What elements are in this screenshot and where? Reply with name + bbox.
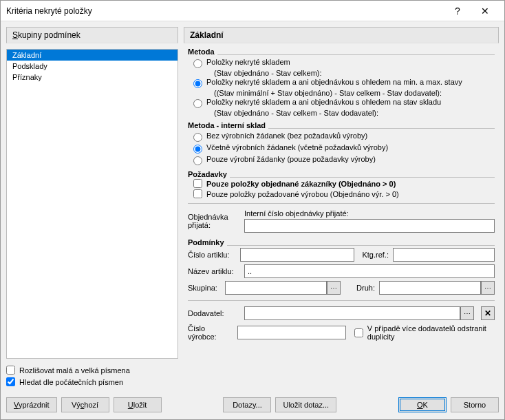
interni-opt3-radio[interactable] [193, 156, 202, 165]
metoda-opt3-radio[interactable] [193, 99, 202, 108]
interni-opt1[interactable]: Bez výrobních žádanek (bez požadavků výr… [193, 131, 495, 143]
save-button[interactable]: Uložit [114, 397, 162, 412]
close-button[interactable]: ✕ [471, 1, 499, 21]
ktgref-input[interactable] [393, 248, 495, 262]
cancel-button[interactable]: Storno [451, 397, 499, 412]
groups-header-text: kupiny podmínek [18, 30, 80, 40]
help-button[interactable]: ? [444, 1, 471, 21]
cislo-vyrobce-input[interactable] [237, 326, 346, 339]
metoda-opt2-label: Položky nekryté skladem a ani objednávko… [206, 78, 462, 86]
pozadavky-group: Požadavky [188, 170, 495, 178]
pozadavky-chk1-input[interactable] [193, 179, 202, 188]
ok-button[interactable]: OK [398, 397, 447, 412]
podminky-label: Podmínky [188, 238, 227, 246]
left-column: Skupiny podmínek Základní Podsklady Příz… [6, 27, 178, 388]
metoda-opt3[interactable]: Položky nekryté skladem a ani objednávko… [193, 97, 495, 109]
cislo-vyrobce-label: Číslo výrobce: [188, 324, 233, 341]
group-item-priznaky[interactable]: Příznaky [7, 72, 178, 83]
groups-header: Skupiny podmínek [6, 27, 178, 43]
group-item-zakladni[interactable]: Základní [7, 50, 178, 61]
interni-opt3-label: Pouze výrobní žádanky (pouze požadavky v… [206, 155, 376, 163]
objednavka-label: Objednávka přijatá: [188, 213, 240, 229]
pozadavky-chk1[interactable]: Pouze položky objednané zákazníky (Objed… [188, 178, 495, 189]
interni-opt2[interactable]: Včetně výrobních žádanek (včetně požadav… [193, 143, 495, 154]
metoda-opt3-label: Položky nekryté skladem a ani objednávko… [206, 98, 441, 106]
ktgref-label: Ktg.ref.: [358, 251, 389, 259]
objednavka-field-label: Interní číslo objednávky přijaté: [244, 209, 495, 219]
right-column: Základní Metoda Položky nekryté skladem … [184, 27, 499, 388]
objednavka-input[interactable] [244, 219, 495, 233]
cislo-artiklu-input[interactable] [240, 248, 354, 262]
panel-header: Základní [184, 27, 499, 43]
titlebar: Kritéria nekryté položky ? ✕ [1, 1, 504, 21]
druh-input[interactable] [379, 281, 481, 295]
dodavatel-picker-button[interactable]: ⋯ [460, 306, 474, 320]
clear-button[interactable]: Vyprázdnit [6, 397, 57, 412]
case-sensitive-label: Rozlišovat malá a velká písmena [19, 366, 130, 375]
skupina-label: Skupina: [188, 284, 221, 292]
default-button[interactable]: Výchozí [61, 397, 109, 412]
remove-duplicates-checkbox[interactable]: V případě více dodavatelů odstranit dupl… [354, 323, 495, 342]
interni-opt1-radio[interactable] [193, 133, 202, 142]
metoda-group: Metoda [188, 48, 495, 56]
dialog-window: Kritéria nekryté položky ? ✕ Skupiny pod… [0, 0, 505, 420]
metoda-opt1-label: Položky nekryté skladem [206, 58, 290, 66]
pozadavky-chk1-label: Pouze položky objednané zákazníky (Objed… [206, 180, 396, 188]
case-sensitive-input[interactable] [6, 366, 15, 375]
remove-duplicates-input[interactable] [354, 328, 363, 337]
groups-listbox[interactable]: Základní Podsklady Příznaky [6, 49, 178, 359]
interni-opt1-label: Bez výrobních žádanek (bez požadavků výr… [206, 132, 367, 140]
interni-group: Metoda - interní sklad [188, 121, 495, 129]
metoda-opt1-radio[interactable] [193, 59, 202, 68]
skupina-picker-button[interactable]: ⋯ [327, 281, 341, 295]
nazev-artiklu-input[interactable] [244, 264, 495, 278]
metoda-opt2[interactable]: Položky nekryté skladem a ani objednávko… [193, 77, 495, 89]
panel-content: Metoda Položky nekryté skladem (Stav obj… [184, 46, 499, 388]
interni-opt2-radio[interactable] [193, 145, 202, 154]
clear-button-rest: yprázdnit [19, 401, 50, 409]
skupina-input[interactable] [225, 281, 327, 295]
dodavatel-label: Dodavatel: [188, 309, 240, 317]
objednavka-row: Objednávka přijatá: Interní číslo objedn… [188, 208, 495, 234]
pozadavky-label: Požadavky [188, 170, 230, 178]
nazev-artiklu-label: Název artiklu: [188, 267, 240, 275]
interni-opt2-label: Včetně výrobních žádanek (včetně požadav… [206, 143, 388, 151]
save-query-button[interactable]: Uložit dotaz... [275, 397, 336, 412]
metoda-opt1-desc: (Stav objednáno - Stav celkem): [193, 69, 495, 77]
interni-label: Metoda - interní sklad [188, 121, 268, 129]
dodavatel-input[interactable] [244, 306, 460, 320]
dodavatel-clear-button[interactable]: ✕ [481, 306, 495, 320]
cislo-artiklu-label: Číslo artiklu: [188, 251, 236, 259]
remove-duplicates-label: V případě více dodavatelů odstranit dupl… [367, 324, 495, 341]
footer: Vyprázdnit Výchozí Uložit Dotazy... Ulož… [1, 393, 504, 419]
queries-button[interactable]: Dotazy... [223, 397, 271, 412]
metoda-label: Metoda [188, 48, 217, 56]
pozadavky-chk2[interactable]: Pouze položky požadované výrobou (Objedn… [188, 189, 495, 199]
prefix-search-input[interactable] [6, 377, 15, 386]
metoda-opt3-desc: (Stav objednáno - Stav celkem - Stav dod… [193, 109, 495, 117]
interni-opt3[interactable]: Pouze výrobní žádanky (pouze požadavky v… [193, 154, 495, 166]
prefix-search-checkbox[interactable]: Hledat dle počátečních písmen [6, 376, 178, 388]
window-title: Kritéria nekryté položky [6, 6, 444, 16]
metoda-opt2-radio[interactable] [193, 79, 202, 88]
pozadavky-chk2-label: Pouze položky požadované výrobou (Objedn… [206, 190, 399, 198]
case-sensitive-checkbox[interactable]: Rozlišovat malá a velká písmena [6, 364, 178, 376]
metoda-opt2-desc: ((Stav minimální + Stav objednáno) - Sta… [193, 89, 495, 97]
druh-picker-button[interactable]: ⋯ [481, 281, 495, 295]
metoda-opt1[interactable]: Položky nekryté skladem [193, 57, 495, 69]
group-item-podsklady[interactable]: Podsklady [7, 61, 178, 72]
podminky-group: Podmínky [188, 238, 495, 246]
pozadavky-chk2-input[interactable] [193, 189, 202, 198]
body: Skupiny podmínek Základní Podsklady Příz… [1, 21, 504, 393]
druh-label: Druh: [345, 284, 375, 292]
prefix-search-label: Hledat dle počátečních písmen [19, 378, 123, 386]
